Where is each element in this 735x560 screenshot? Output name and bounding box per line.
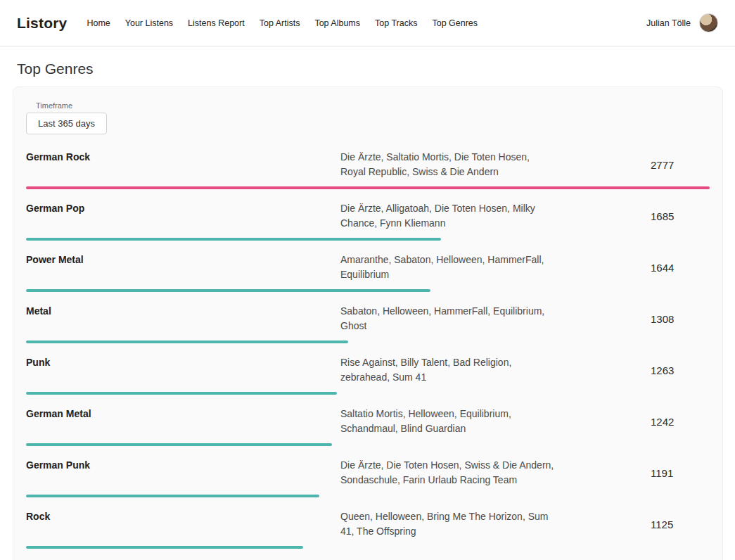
genre-bar-track <box>26 238 710 241</box>
genre-name: Punk <box>26 355 340 368</box>
genre-bar-track <box>26 186 710 189</box>
genre-name: German Metal <box>26 407 340 419</box>
genre-bar <box>26 186 710 189</box>
main-nav: HomeYour ListensListens ReportTop Artist… <box>87 18 646 28</box>
timeframe-select[interactable]: Last 365 days <box>26 113 107 134</box>
genre-count: 1685 <box>651 210 674 222</box>
nav-link-top-artists[interactable]: Top Artists <box>260 18 300 28</box>
user-avatar[interactable] <box>699 13 718 32</box>
genre-name: German Punk <box>26 458 340 471</box>
genre-name: German Pop <box>26 201 340 214</box>
genre-count: 1191 <box>651 467 673 479</box>
timeframe-label: Timeframe <box>36 101 710 110</box>
page-title: Top Genres <box>17 61 735 77</box>
genre-bar <box>26 341 348 343</box>
genre-bar-track <box>26 392 710 395</box>
genre-bar <box>26 392 337 395</box>
genre-artists: Rise Against, Billy Talent, Bad Religion… <box>340 355 555 385</box>
genre-bar-track <box>26 341 710 343</box>
genre-count: 1644 <box>651 262 674 274</box>
top-navigation-bar: Listory HomeYour ListensListens ReportTo… <box>0 0 735 46</box>
genre-row: Power Metal Amaranthe, Sabaton, Hellowee… <box>26 253 710 303</box>
genre-count: 1308 <box>651 313 674 325</box>
genre-bar-track <box>26 289 710 292</box>
top-genres-card: Timeframe Last 365 days German Rock Die … <box>13 87 723 560</box>
genre-bar <box>26 495 319 497</box>
genre-bar <box>26 546 303 549</box>
nav-link-top-genres[interactable]: Top Genres <box>432 18 478 28</box>
genre-row: German Rock Die Ärzte, Saltatio Mortis, … <box>26 150 710 200</box>
genre-row: Punk Rise Against, Billy Talent, Bad Rel… <box>26 355 710 405</box>
app-logo[interactable]: Listory <box>17 15 67 32</box>
timeframe-value: Last 365 days <box>38 118 95 129</box>
genre-bar <box>26 238 441 241</box>
genre-name: German Rock <box>26 150 340 163</box>
genre-count: 1242 <box>651 416 674 428</box>
user-name: Julian Tölle <box>646 18 691 28</box>
genre-name: Metal <box>26 304 340 317</box>
genre-count: 1125 <box>651 518 673 530</box>
genre-artists: Saltatio Mortis, Helloween, Equilibrium,… <box>340 407 555 436</box>
genre-row: German Pop Die Ärzte, Alligatoah, Die To… <box>26 201 710 251</box>
genre-bar <box>26 289 430 292</box>
nav-link-home[interactable]: Home <box>87 18 110 28</box>
genre-artists: Die Ärzte, Die Toten Hosen, Swiss & Die … <box>340 458 555 488</box>
genre-name: Rock <box>26 509 340 522</box>
genre-bar-track <box>26 495 710 497</box>
nav-link-listens-report[interactable]: Listens Report <box>188 18 245 28</box>
genre-artists: Queen, Helloween, Bring Me The Horizon, … <box>340 509 555 539</box>
genre-count: 2777 <box>651 159 674 171</box>
genres-table: German Rock Die Ärzte, Saltatio Mortis, … <box>26 150 710 560</box>
genre-row: German Punk Die Ärzte, Die Toten Hosen, … <box>26 458 710 508</box>
nav-link-your-listens[interactable]: Your Listens <box>125 18 173 28</box>
genre-artists: Amaranthe, Sabaton, Helloween, HammerFal… <box>340 253 555 282</box>
genre-bar <box>26 443 332 446</box>
genre-artists: Die Ärzte, Alligatoah, Die Toten Hosen, … <box>340 201 555 231</box>
genre-row: Metal Sabaton, Helloween, HammerFall, Eq… <box>26 304 710 354</box>
genre-row: Rock Queen, Helloween, Bring Me The Hori… <box>26 509 710 559</box>
timeframe-filter: Timeframe Last 365 days <box>26 101 710 134</box>
genre-row: German Metal Saltatio Mortis, Helloween,… <box>26 407 710 457</box>
genre-name: Power Metal <box>26 253 340 265</box>
nav-link-top-albums[interactable]: Top Albums <box>314 18 360 28</box>
genre-bar-track <box>26 546 710 549</box>
genre-artists: Sabaton, Helloween, HammerFall, Equilibr… <box>340 304 555 333</box>
user-menu[interactable]: Julian Tölle <box>646 13 718 32</box>
genre-bar-track <box>26 443 710 446</box>
genre-count: 1263 <box>651 364 674 376</box>
nav-link-top-tracks[interactable]: Top Tracks <box>375 18 417 28</box>
genre-artists: Die Ärzte, Saltatio Mortis, Die Toten Ho… <box>340 150 555 179</box>
